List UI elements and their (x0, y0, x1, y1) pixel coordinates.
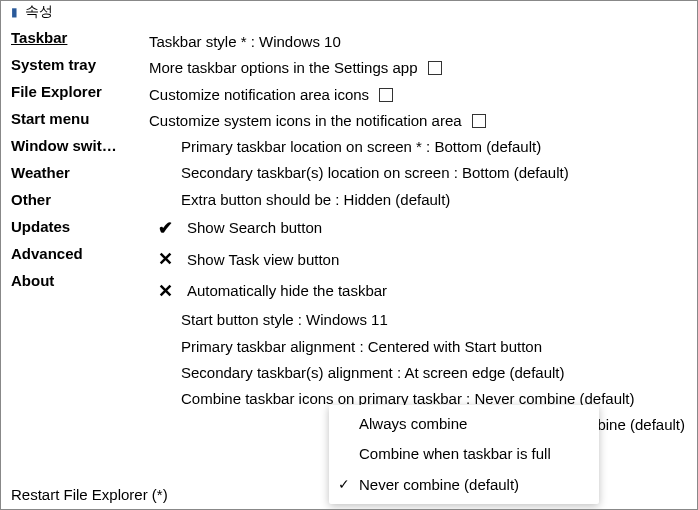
setting-secondary-location[interactable]: Secondary taskbar(s) location on screen … (149, 160, 689, 186)
combine-dropdown: Always combine Combine when taskbar is f… (329, 405, 599, 504)
settings-panel: Taskbar style * : Windows 10 More taskba… (141, 23, 697, 509)
sidebar-item-updates[interactable]: Updates (11, 218, 137, 235)
dropdown-item-never-combine[interactable]: ✓ Never combine (default) (329, 470, 599, 500)
check-icon: ✓ (335, 472, 353, 497)
window-title: 속성 (25, 3, 53, 21)
dropdown-item-always-combine[interactable]: Always combine (329, 409, 599, 439)
setting-more-options[interactable]: More taskbar options in the Settings app (149, 55, 689, 81)
setting-label: Start button style : Windows 11 (181, 307, 388, 333)
setting-label: Show Search button (187, 215, 322, 241)
sidebar-item-start-menu[interactable]: Start menu (11, 110, 137, 127)
sidebar-item-window-switcher[interactable]: Window swit… (11, 137, 137, 154)
setting-auto-hide[interactable]: ✕ Automatically hide the taskbar (149, 276, 689, 308)
checkbox-icon (428, 61, 442, 75)
setting-label: Secondary taskbar(s) alignment : At scre… (181, 360, 565, 386)
checkbox-icon (472, 114, 486, 128)
window-titlebar: ▮ 속성 (1, 1, 697, 23)
restart-file-explorer[interactable]: Restart File Explorer (*) (11, 486, 168, 503)
setting-label: Extra button should be : Hidden (default… (181, 187, 450, 213)
setting-label: Customize notification area icons (149, 82, 369, 108)
app-icon: ▮ (7, 5, 21, 19)
sidebar-item-other[interactable]: Other (11, 191, 137, 208)
check-icon: ✔ (149, 213, 181, 245)
checkbox-icon (379, 88, 393, 102)
setting-label: Primary taskbar alignment : Centered wit… (181, 334, 542, 360)
setting-label: Primary taskbar location on screen * : B… (181, 134, 541, 160)
setting-extra-button[interactable]: Extra button should be : Hidden (default… (149, 187, 689, 213)
x-icon: ✕ (149, 276, 181, 308)
setting-secondary-alignment[interactable]: Secondary taskbar(s) alignment : At scre… (149, 360, 689, 386)
sidebar-item-advanced[interactable]: Advanced (11, 245, 137, 262)
setting-label: Customize system icons in the notificati… (149, 108, 462, 134)
setting-customize-notification-icons[interactable]: Customize notification area icons (149, 82, 689, 108)
setting-label: Secondary taskbar(s) location on screen … (181, 160, 569, 186)
setting-show-taskview[interactable]: ✕ Show Task view button (149, 244, 689, 276)
setting-primary-location[interactable]: Primary taskbar location on screen * : B… (149, 134, 689, 160)
dropdown-item-label: Never combine (default) (359, 472, 519, 498)
sidebar-item-file-explorer[interactable]: File Explorer (11, 83, 137, 100)
sidebar-item-weather[interactable]: Weather (11, 164, 137, 181)
dropdown-item-label: Always combine (359, 411, 467, 437)
setting-label: Show Task view button (187, 247, 339, 273)
setting-start-button-style[interactable]: Start button style : Windows 11 (149, 307, 689, 333)
dropdown-item-combine-when-full[interactable]: Combine when taskbar is full (329, 439, 599, 469)
sidebar-item-taskbar[interactable]: Taskbar (11, 29, 137, 46)
setting-primary-alignment[interactable]: Primary taskbar alignment : Centered wit… (149, 334, 689, 360)
sidebar: Taskbar System tray File Explorer Start … (1, 23, 141, 509)
sidebar-item-about[interactable]: About (11, 272, 137, 289)
setting-label: Taskbar style * : Windows 10 (149, 29, 341, 55)
setting-label: Automatically hide the taskbar (187, 278, 387, 304)
setting-show-search[interactable]: ✔ Show Search button (149, 213, 689, 245)
setting-label: More taskbar options in the Settings app (149, 55, 418, 81)
setting-taskbar-style[interactable]: Taskbar style * : Windows 10 (149, 29, 689, 55)
setting-customize-system-icons[interactable]: Customize system icons in the notificati… (149, 108, 689, 134)
x-icon: ✕ (149, 244, 181, 276)
sidebar-item-system-tray[interactable]: System tray (11, 56, 137, 73)
dropdown-item-label: Combine when taskbar is full (359, 441, 551, 467)
content-area: Taskbar System tray File Explorer Start … (1, 23, 697, 509)
